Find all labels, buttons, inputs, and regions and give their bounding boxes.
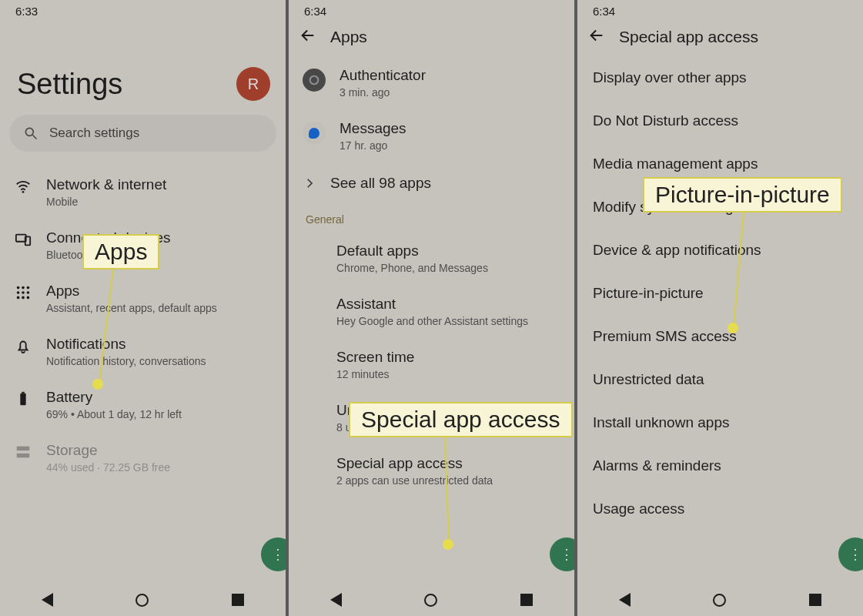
- svg-point-22: [310, 76, 319, 85]
- nav-home-icon[interactable]: [713, 594, 726, 607]
- chevron-right-icon: [303, 176, 316, 190]
- item-media-management[interactable]: Media management apps: [577, 142, 863, 186]
- panel-settings: 6:33 Settings R Search settings Network …: [0, 0, 286, 616]
- svg-point-2: [25, 128, 33, 136]
- item-unrestricted-data[interactable]: Unrestricted data: [577, 358, 863, 401]
- page-title: Special app access: [619, 28, 758, 46]
- nav-back-icon[interactable]: [619, 593, 631, 607]
- nav-back-icon[interactable]: [330, 593, 342, 607]
- general-assistant[interactable]: Assistant Hey Google and other Assistant…: [289, 285, 574, 338]
- item-picture-in-picture[interactable]: Picture-in-picture: [577, 272, 863, 315]
- page-title: Apps: [330, 28, 367, 46]
- svg-rect-5: [16, 235, 26, 242]
- settings-item-connected[interactable]: Connected devices Bluetooth, pairing: [0, 219, 286, 272]
- messages-icon: [303, 122, 326, 145]
- settings-item-battery[interactable]: Battery 69% • About 1 day, 12 hr left: [0, 378, 286, 431]
- svg-point-4: [22, 191, 25, 193]
- apps-icon: [14, 284, 32, 301]
- clock: 6:34: [593, 5, 615, 18]
- svg-point-10: [17, 291, 20, 294]
- item-install-unknown[interactable]: Install unknown apps: [577, 401, 863, 444]
- item-usage-access[interactable]: Usage access: [577, 487, 863, 531]
- settings-item-network[interactable]: Network & internet Mobile: [0, 166, 286, 219]
- search-settings[interactable]: Search settings: [9, 115, 276, 152]
- svg-point-15: [27, 296, 30, 300]
- clock: 6:34: [304, 5, 326, 18]
- nav-recent-icon[interactable]: [520, 594, 533, 606]
- nav-recent-icon[interactable]: [809, 594, 821, 606]
- android-navbar: [0, 584, 286, 616]
- nav-recent-icon[interactable]: [232, 594, 244, 606]
- search-icon: [23, 126, 38, 141]
- fab-button[interactable]: ⋮: [550, 537, 574, 571]
- svg-point-12: [27, 291, 30, 294]
- recent-app-authenticator[interactable]: Authenticator 3 min. ago: [289, 56, 574, 109]
- settings-item-notifications[interactable]: Notifications Notification history, conv…: [0, 325, 286, 378]
- back-button[interactable]: [588, 27, 605, 47]
- wifi-icon: [14, 178, 32, 195]
- general-unused-apps[interactable]: Unused apps 8 unused apps: [289, 391, 574, 444]
- settings-item-apps[interactable]: Apps Assistant, recent apps, default app…: [0, 272, 286, 325]
- general-screen-time[interactable]: Screen time 12 minutes: [289, 338, 574, 391]
- svg-point-14: [22, 296, 25, 300]
- general-default-apps[interactable]: Default apps Chrome, Phone, and Messages: [289, 232, 574, 285]
- status-bar: 6:33: [0, 0, 286, 21]
- back-button[interactable]: [299, 27, 316, 47]
- general-special-app-access[interactable]: Special app access 2 apps can use unrest…: [289, 444, 574, 497]
- svg-point-8: [22, 286, 25, 290]
- see-all-apps[interactable]: See all 98 apps: [289, 162, 574, 204]
- item-modify-system[interactable]: Modify system settings: [577, 186, 863, 229]
- battery-icon: [14, 390, 32, 407]
- svg-point-9: [27, 286, 30, 290]
- svg-point-13: [17, 296, 20, 300]
- svg-line-3: [33, 136, 37, 139]
- nav-back-icon[interactable]: [42, 593, 53, 607]
- item-display-over[interactable]: Display over other apps: [577, 56, 863, 99]
- svg-rect-19: [17, 454, 30, 458]
- item-alarms-reminders[interactable]: Alarms & reminders: [577, 444, 863, 487]
- item-title: Network & internet: [46, 176, 166, 193]
- authenticator-icon: [303, 69, 326, 92]
- svg-point-11: [22, 291, 25, 294]
- nav-home-icon[interactable]: [135, 594, 149, 607]
- settings-item-storage[interactable]: Storage 44% used · 72.25 GB free: [0, 431, 286, 484]
- panel-special-access: 6:34 Special app access Display over oth…: [577, 0, 863, 616]
- svg-rect-17: [22, 392, 25, 393]
- profile-avatar[interactable]: R: [236, 67, 270, 101]
- item-device-app-notifications[interactable]: Device & app notifications: [577, 229, 863, 272]
- storage-icon: [14, 444, 32, 460]
- bell-icon: [14, 337, 32, 354]
- panel-apps: 6:34 Apps Authenticator 3 min. ago: [289, 0, 574, 616]
- fab-button[interactable]: ⋮: [261, 537, 286, 571]
- fab-button[interactable]: ⋮: [838, 537, 863, 571]
- svg-rect-18: [17, 447, 30, 451]
- page-title: Settings: [17, 68, 122, 101]
- svg-rect-16: [20, 393, 25, 406]
- section-general: General: [289, 204, 574, 229]
- item-subtitle: Mobile: [46, 196, 166, 208]
- devices-icon: [14, 231, 32, 248]
- recent-app-messages[interactable]: Messages 17 hr. ago: [289, 109, 574, 162]
- search-placeholder: Search settings: [49, 126, 139, 141]
- clock: 6:33: [15, 5, 38, 18]
- item-dnd-access[interactable]: Do Not Disturb access: [577, 99, 863, 142]
- item-premium-sms[interactable]: Premium SMS access: [577, 315, 863, 358]
- nav-home-icon[interactable]: [424, 594, 437, 607]
- svg-point-7: [17, 286, 20, 290]
